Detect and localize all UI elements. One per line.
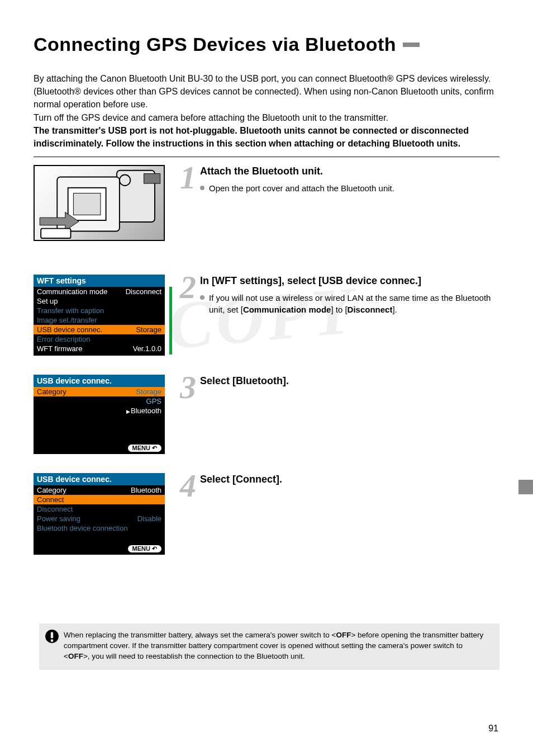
lcd1-r7l: WFT firmware [37,344,82,353]
step-1-bullet: Open the port cover and attach the Bluet… [200,182,499,194]
step-2: WFT settings Communication modeDisconnec… [34,275,499,356]
camera-illustration [34,165,165,241]
page-number: 91 [488,724,498,734]
intro-block: By attaching the Canon Bluetooth Unit BU… [34,72,499,150]
svg-rect-7 [41,229,70,238]
svg-rect-10 [51,639,53,641]
step-number-4: 4 [180,473,200,499]
lcd3-r2l: Connect [37,495,64,504]
lcd1-scrollbar [169,287,172,355]
lcd2-catlbl: Category [37,388,66,396]
bullet-icon [200,186,204,190]
step-2-bullet: If you will not use a wireless or wired … [200,292,499,315]
lcd1-r5l: USB device connec. [37,325,102,334]
lcd-screenshot-usb-connect: USB device connec. CategoryBluetooth Con… [34,473,165,555]
page-title: Connecting GPS Devices via Bluetooth [34,34,499,55]
step-3-title: Select [Bluetooth]. [200,375,499,388]
lcd3-r4l: Power saving [37,514,80,523]
step-2-bullet-text: If you will not use a wireless or wired … [209,292,499,315]
step-1: 1 Attach the Bluetooth unit. Open the po… [34,165,499,241]
caution-text: When replacing the transmitter battery, … [64,631,483,660]
svg-rect-9 [51,632,53,638]
lcd3-r1l: Category [37,486,66,494]
step-1-bullet-text: Open the port cover and attach the Bluet… [209,182,394,194]
lcd1-r1l: Communication mode [37,287,107,296]
lcd1-r5r: Storage [136,325,161,334]
title-text: Connecting GPS Devices via Bluetooth [34,34,396,55]
lcd2-o1: Storage [136,388,161,396]
svg-rect-3 [144,174,160,183]
step-1-title: Attach the Bluetooth unit. [200,165,499,178]
section-thumb-tab [518,480,533,494]
lcd1-header: WFT settings [34,275,165,287]
lcd-screenshot-usb-category: USB device connec. CategoryStorage GPS B… [34,375,165,454]
step-2-title: In [WFT settings], select [USB device co… [200,275,499,287]
step-number-2: 2 [180,275,200,300]
intro-p3-bold: The transmitter's USB port is not hot-pl… [34,126,469,148]
intro-p2: Turn off the GPS device and camera befor… [34,113,388,122]
lcd3-r4r: Disable [137,514,161,523]
caution-box: When replacing the transmitter battery, … [39,623,499,670]
lcd2-o2: GPS [146,397,161,405]
bullet-icon [200,295,204,300]
lcd-screenshot-wft-settings: WFT settings Communication modeDisconnec… [34,275,165,356]
step-4: USB device connec. CategoryBluetooth Con… [34,473,499,555]
lcd2-o3: Bluetooth [126,407,161,415]
lcd3-header: USB device connec. [34,473,165,485]
caution-icon [45,629,59,644]
lcd3-menu-back: MENU [128,545,161,552]
step-number-1: 1 [180,165,200,191]
step-3: USB device connec. CategoryStorage GPS B… [34,375,499,454]
intro-p1: By attaching the Canon Bluetooth Unit BU… [34,74,494,109]
lcd1-r3l: Transfer with caption [37,306,104,315]
lcd1-r2l: Set up [37,297,58,305]
lcd3-r5l: Bluetooth device connection [37,524,128,532]
svg-rect-5 [73,193,101,215]
step-number-3: 3 [180,375,200,400]
lcd2-menu-back: MENU [128,445,161,452]
lcd2-header: USB device connec. [34,375,165,387]
lcd1-r6l: Error description [37,335,90,343]
lcd1-r7r: Ver.1.0.0 [133,344,161,353]
title-decoration-bar [403,42,420,47]
lcd3-r1r: Bluetooth [131,486,161,494]
lcd1-r1r: Disconnect [126,287,161,296]
lcd1-r4l: Image sel./transfer [37,316,97,324]
section-divider [34,157,499,157]
step-4-title: Select [Connect]. [200,473,499,486]
lcd3-r3l: Disconnect [37,505,73,513]
